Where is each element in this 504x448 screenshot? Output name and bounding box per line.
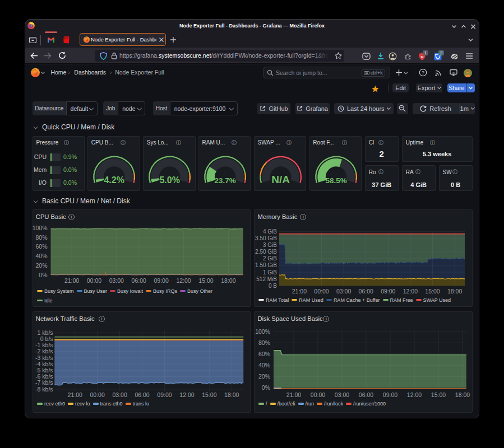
svg-text:40%: 40% [35, 253, 47, 259]
svg-text:09:00: 09:00 [157, 391, 172, 398]
svg-text:-4 kb/s: -4 kb/s [35, 361, 53, 367]
svg-text:100%: 100% [33, 225, 48, 231]
svg-text:2.50 GiB: 2.50 GiB [255, 249, 277, 255]
svg-text:1 GiB: 1 GiB [263, 269, 277, 276]
svg-text:12:00: 12:00 [407, 391, 422, 398]
svg-text:09:00: 09:00 [381, 288, 395, 295]
svg-text:0%: 0% [39, 272, 47, 278]
svg-text:-2 kb/s: -2 kb/s [35, 348, 53, 354]
svg-text:20%: 20% [35, 262, 47, 269]
svg-text:-7 kb/s: -7 kb/s [35, 379, 53, 386]
svg-text:0%: 0% [262, 384, 270, 391]
svg-text:00:00: 00:00 [86, 277, 101, 284]
svg-text:21:00: 21:00 [286, 391, 301, 398]
svg-text:40%: 40% [258, 362, 270, 368]
svg-text:21:00: 21:00 [67, 391, 82, 398]
svg-text:0 b/s: 0 b/s [40, 335, 53, 342]
svg-text:3 GiB: 3 GiB [263, 242, 277, 248]
svg-text:06:00: 06:00 [359, 288, 373, 295]
svg-text:?: ? [422, 70, 424, 76]
svg-text:12:00: 12:00 [176, 277, 191, 284]
svg-text:60%: 60% [35, 243, 47, 250]
svg-text:21:00: 21:00 [292, 288, 307, 295]
svg-text:80%: 80% [35, 234, 47, 241]
svg-text:80%: 80% [258, 339, 270, 346]
svg-text:23.7%: 23.7% [215, 176, 236, 184]
svg-text:-1 kb/s: -1 kb/s [35, 342, 53, 348]
svg-text:3.50 GiB: 3.50 GiB [255, 235, 277, 241]
svg-text:06:00: 06:00 [131, 277, 146, 284]
svg-text:18:00: 18:00 [221, 277, 235, 284]
svg-text:00:00: 00:00 [314, 288, 329, 295]
svg-text:N/A: N/A [271, 173, 290, 185]
svg-text:-6 kb/s: -6 kb/s [35, 373, 53, 380]
svg-text:06:00: 06:00 [135, 391, 149, 398]
svg-text:18:00: 18:00 [224, 391, 239, 398]
svg-text:03:00: 03:00 [335, 391, 349, 398]
svg-text:58.5%: 58.5% [325, 176, 346, 184]
svg-text:06:00: 06:00 [359, 391, 373, 398]
svg-text:60%: 60% [258, 351, 270, 357]
svg-text:00:00: 00:00 [90, 391, 104, 398]
svg-text:4 GiB: 4 GiB [263, 228, 277, 235]
svg-text:18:00: 18:00 [447, 288, 462, 295]
svg-text:100%: 100% [255, 328, 270, 335]
svg-text:0 B: 0 B [269, 283, 277, 289]
svg-text:-3 kb/s: -3 kb/s [35, 354, 53, 361]
svg-text:2 GiB: 2 GiB [263, 255, 277, 262]
svg-text:4.2%: 4.2% [104, 175, 124, 184]
svg-text:03:00: 03:00 [336, 288, 351, 295]
svg-text:15:00: 15:00 [431, 391, 446, 398]
svg-text:512 MiB: 512 MiB [256, 276, 277, 282]
svg-text:1.50 GiB: 1.50 GiB [255, 262, 277, 268]
svg-text:20%: 20% [258, 373, 270, 380]
svg-text:18:00: 18:00 [455, 391, 470, 398]
svg-text:15:00: 15:00 [425, 288, 440, 295]
svg-text:1 kb/s: 1 kb/s [37, 329, 53, 336]
svg-text:09:00: 09:00 [383, 391, 397, 398]
svg-text:15:00: 15:00 [202, 391, 216, 398]
svg-text:-8 kb/s: -8 kb/s [35, 386, 53, 393]
svg-text:03:00: 03:00 [112, 391, 127, 398]
svg-text:03:00: 03:00 [109, 277, 123, 284]
svg-text:00:00: 00:00 [311, 391, 325, 398]
svg-text:21:00: 21:00 [64, 277, 78, 284]
svg-text:12:00: 12:00 [403, 288, 418, 295]
svg-text:09:00: 09:00 [154, 277, 168, 284]
svg-text:5.0%: 5.0% [160, 175, 180, 184]
svg-text:15:00: 15:00 [198, 277, 213, 284]
svg-text:-5 kb/s: -5 kb/s [35, 367, 53, 374]
svg-text:12:00: 12:00 [179, 391, 194, 398]
